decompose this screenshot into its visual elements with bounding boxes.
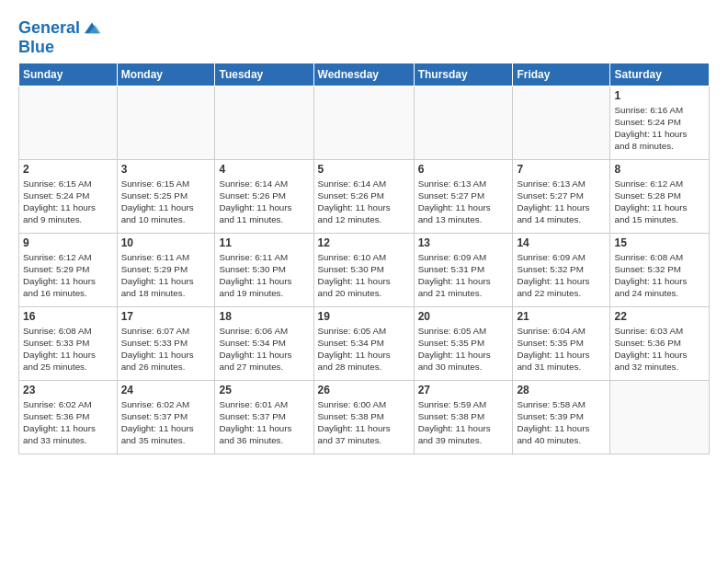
day-number: 24 <box>121 384 211 396</box>
day-number: 2 <box>23 163 113 176</box>
day-info: Sunrise: 6:10 AM Sunset: 5:30 PM Dayligh… <box>318 251 410 300</box>
calendar-cell: 10Sunrise: 6:11 AM Sunset: 5:29 PM Dayli… <box>117 233 215 306</box>
day-number: 4 <box>219 163 309 176</box>
calendar-cell: 15Sunrise: 6:08 AM Sunset: 5:32 PM Dayli… <box>610 233 710 306</box>
day-number: 22 <box>614 310 705 323</box>
calendar-cell: 16Sunrise: 6:08 AM Sunset: 5:33 PM Dayli… <box>19 306 118 380</box>
weekday-header-saturday: Saturday <box>610 63 710 86</box>
weekday-header-wednesday: Wednesday <box>313 63 414 86</box>
calendar-cell: 20Sunrise: 6:05 AM Sunset: 5:35 PM Dayli… <box>414 306 513 380</box>
weekday-header-row: SundayMondayTuesdayWednesdayThursdayFrid… <box>19 63 710 86</box>
day-number: 7 <box>517 163 606 176</box>
weekday-header-sunday: Sunday <box>19 63 118 86</box>
calendar-cell: 9Sunrise: 6:12 AM Sunset: 5:29 PM Daylig… <box>19 233 118 306</box>
day-info: Sunrise: 6:01 AM Sunset: 5:37 PM Dayligh… <box>219 398 309 447</box>
day-number: 5 <box>318 163 410 176</box>
calendar-cell <box>215 86 313 159</box>
day-info: Sunrise: 6:04 AM Sunset: 5:35 PM Dayligh… <box>517 325 606 373</box>
calendar-cell: 21Sunrise: 6:04 AM Sunset: 5:35 PM Dayli… <box>513 306 610 380</box>
calendar-cell: 23Sunrise: 6:02 AM Sunset: 5:36 PM Dayli… <box>19 380 118 454</box>
day-info: Sunrise: 6:12 AM Sunset: 5:28 PM Dayligh… <box>614 178 705 226</box>
header: General Blue <box>18 15 710 57</box>
calendar-cell: 8Sunrise: 6:12 AM Sunset: 5:28 PM Daylig… <box>610 159 710 233</box>
day-number: 11 <box>219 236 309 249</box>
calendar-cell: 25Sunrise: 6:01 AM Sunset: 5:37 PM Dayli… <box>215 380 313 454</box>
calendar-cell: 22Sunrise: 6:03 AM Sunset: 5:36 PM Dayli… <box>610 306 710 380</box>
day-info: Sunrise: 6:11 AM Sunset: 5:29 PM Dayligh… <box>121 251 211 300</box>
day-number: 13 <box>418 236 509 249</box>
day-info: Sunrise: 6:15 AM Sunset: 5:24 PM Dayligh… <box>23 178 113 226</box>
calendar-cell <box>117 86 215 159</box>
calendar-cell <box>610 380 710 454</box>
day-info: Sunrise: 6:09 AM Sunset: 5:32 PM Dayligh… <box>517 251 606 300</box>
day-info: Sunrise: 6:12 AM Sunset: 5:29 PM Dayligh… <box>23 251 113 300</box>
calendar-cell: 26Sunrise: 6:00 AM Sunset: 5:38 PM Dayli… <box>313 380 414 454</box>
calendar-cell: 27Sunrise: 5:59 AM Sunset: 5:38 PM Dayli… <box>414 380 513 454</box>
day-info: Sunrise: 6:11 AM Sunset: 5:30 PM Dayligh… <box>219 251 309 300</box>
day-number: 18 <box>219 310 309 323</box>
logo-icon <box>82 18 102 39</box>
day-info: Sunrise: 6:08 AM Sunset: 5:32 PM Dayligh… <box>614 251 705 300</box>
day-info: Sunrise: 5:59 AM Sunset: 5:38 PM Dayligh… <box>418 398 509 447</box>
day-number: 10 <box>121 236 211 249</box>
day-number: 15 <box>614 236 705 249</box>
day-number: 8 <box>614 163 705 176</box>
calendar-cell: 5Sunrise: 6:14 AM Sunset: 5:26 PM Daylig… <box>313 159 414 233</box>
day-info: Sunrise: 6:13 AM Sunset: 5:27 PM Dayligh… <box>517 178 606 226</box>
calendar-cell: 13Sunrise: 6:09 AM Sunset: 5:31 PM Dayli… <box>414 233 513 306</box>
calendar-cell: 17Sunrise: 6:07 AM Sunset: 5:33 PM Dayli… <box>117 306 215 380</box>
calendar-body: 1Sunrise: 6:16 AM Sunset: 5:24 PM Daylig… <box>19 86 710 454</box>
day-number: 14 <box>517 236 606 249</box>
week-row-4: 23Sunrise: 6:02 AM Sunset: 5:36 PM Dayli… <box>19 380 710 454</box>
calendar-cell <box>414 86 513 159</box>
day-number: 9 <box>23 236 113 249</box>
day-info: Sunrise: 6:02 AM Sunset: 5:36 PM Dayligh… <box>23 398 113 447</box>
logo-text: General <box>18 19 80 38</box>
day-info: Sunrise: 6:14 AM Sunset: 5:26 PM Dayligh… <box>318 178 410 226</box>
calendar-cell: 28Sunrise: 5:58 AM Sunset: 5:39 PM Dayli… <box>513 380 610 454</box>
calendar-cell: 1Sunrise: 6:16 AM Sunset: 5:24 PM Daylig… <box>610 86 710 159</box>
calendar-cell: 3Sunrise: 6:15 AM Sunset: 5:25 PM Daylig… <box>117 159 215 233</box>
day-number: 3 <box>121 163 211 176</box>
calendar-cell: 7Sunrise: 6:13 AM Sunset: 5:27 PM Daylig… <box>513 159 610 233</box>
week-row-2: 9Sunrise: 6:12 AM Sunset: 5:29 PM Daylig… <box>19 233 710 306</box>
logo: General Blue <box>18 18 102 57</box>
day-number: 1 <box>614 89 705 102</box>
weekday-header-friday: Friday <box>513 63 610 86</box>
week-row-3: 16Sunrise: 6:08 AM Sunset: 5:33 PM Dayli… <box>19 306 710 380</box>
calendar-cell: 24Sunrise: 6:02 AM Sunset: 5:37 PM Dayli… <box>117 380 215 454</box>
day-number: 21 <box>517 310 606 323</box>
day-info: Sunrise: 6:05 AM Sunset: 5:35 PM Dayligh… <box>418 325 509 373</box>
day-info: Sunrise: 6:14 AM Sunset: 5:26 PM Dayligh… <box>219 178 309 226</box>
weekday-header-monday: Monday <box>117 63 215 86</box>
day-number: 16 <box>23 310 113 323</box>
day-number: 12 <box>318 236 410 249</box>
calendar-cell: 18Sunrise: 6:06 AM Sunset: 5:34 PM Dayli… <box>215 306 313 380</box>
weekday-header-thursday: Thursday <box>414 63 513 86</box>
day-info: Sunrise: 6:13 AM Sunset: 5:27 PM Dayligh… <box>418 178 509 226</box>
calendar-cell: 12Sunrise: 6:10 AM Sunset: 5:30 PM Dayli… <box>313 233 414 306</box>
day-info: Sunrise: 5:58 AM Sunset: 5:39 PM Dayligh… <box>517 398 606 447</box>
day-info: Sunrise: 6:07 AM Sunset: 5:33 PM Dayligh… <box>121 325 211 373</box>
day-number: 20 <box>418 310 509 323</box>
weekday-header-tuesday: Tuesday <box>215 63 313 86</box>
day-info: Sunrise: 6:09 AM Sunset: 5:31 PM Dayligh… <box>418 251 509 300</box>
calendar-cell: 11Sunrise: 6:11 AM Sunset: 5:30 PM Dayli… <box>215 233 313 306</box>
day-number: 25 <box>219 384 309 396</box>
day-number: 19 <box>318 310 410 323</box>
logo-blue: Blue <box>18 39 102 57</box>
day-number: 26 <box>318 384 410 396</box>
day-number: 27 <box>418 384 509 396</box>
day-number: 17 <box>121 310 211 323</box>
calendar-cell: 14Sunrise: 6:09 AM Sunset: 5:32 PM Dayli… <box>513 233 610 306</box>
day-number: 28 <box>517 384 606 396</box>
day-number: 23 <box>23 384 113 396</box>
day-info: Sunrise: 6:02 AM Sunset: 5:37 PM Dayligh… <box>121 398 211 447</box>
calendar-cell <box>513 86 610 159</box>
calendar-cell: 2Sunrise: 6:15 AM Sunset: 5:24 PM Daylig… <box>19 159 118 233</box>
day-info: Sunrise: 6:06 AM Sunset: 5:34 PM Dayligh… <box>219 325 309 373</box>
calendar-cell <box>313 86 414 159</box>
calendar: SundayMondayTuesdayWednesdayThursdayFrid… <box>18 63 710 454</box>
calendar-cell: 6Sunrise: 6:13 AM Sunset: 5:27 PM Daylig… <box>414 159 513 233</box>
calendar-cell: 19Sunrise: 6:05 AM Sunset: 5:34 PM Dayli… <box>313 306 414 380</box>
